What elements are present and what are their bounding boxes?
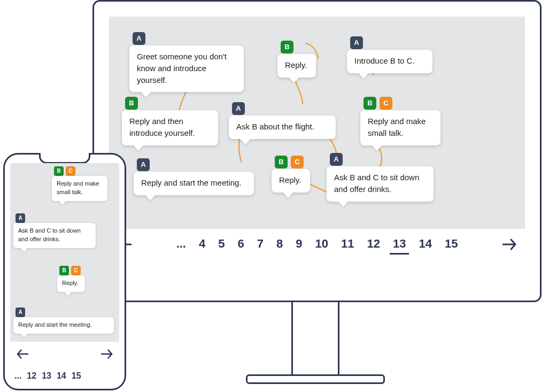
pager-page[interactable]: 13: [42, 371, 51, 381]
speaker-tag-b: B: [364, 97, 376, 110]
speaker-tag-b: B: [125, 97, 138, 110]
pager-page[interactable]: 9: [292, 235, 305, 255]
speaker-tag-c: C: [380, 97, 392, 110]
pager-page[interactable]: 12: [27, 371, 36, 381]
flow-card-text: Ask B and C to sit down and offer drinks…: [18, 227, 81, 242]
speaker-tag-a: A: [133, 32, 145, 45]
pager-ellipsis[interactable]: ...: [14, 371, 21, 381]
speaker-tag-b: B: [59, 266, 69, 275]
flow-card-text: Reply.: [62, 280, 78, 286]
flow-card-ask-flight[interactable]: A Ask B about the flight.: [229, 116, 336, 139]
flow-card-offer-drinks[interactable]: A Ask B and C to sit down and offer drin…: [327, 166, 434, 202]
phone-frame: B C Reply and make small talk. A Ask B a…: [3, 153, 126, 390]
pager-page[interactable]: 7: [254, 235, 267, 255]
flow-card-greet[interactable]: A Greet someone you don't know and intro…: [129, 45, 244, 92]
pager-page[interactable]: 10: [312, 235, 331, 255]
arrow-left-icon: [16, 349, 29, 359]
speaker-tag-b: B: [54, 166, 64, 176]
pager-ellipsis[interactable]: ...: [173, 235, 189, 255]
monitor-stand-base: [246, 374, 385, 384]
flow-card-start-meeting[interactable]: A Reply and start the meeting.: [134, 172, 254, 195]
pager-next[interactable]: [500, 235, 519, 253]
phone-notch: [39, 153, 90, 164]
flow-card-text: Reply and start the meeting.: [141, 178, 242, 187]
phone-card-offer-drinks[interactable]: A Ask B and C to sit down and offer drin…: [13, 223, 96, 248]
phone-card-reply-bc[interactable]: B C Reply.: [57, 275, 85, 292]
phone-card-smalltalk[interactable]: B C Reply and make small talk.: [52, 176, 107, 201]
speaker-tag-a: A: [330, 153, 343, 166]
pager-page[interactable]: 4: [196, 235, 208, 255]
speaker-tag-a: A: [16, 308, 25, 317]
phone-pager: ... 12 13 14 15: [10, 366, 119, 386]
pager-page[interactable]: 14: [57, 371, 66, 381]
speaker-tag-c: C: [71, 266, 81, 275]
phone-prev[interactable]: [13, 345, 32, 363]
flow-card-smalltalk[interactable]: B C Reply and make small talk.: [360, 110, 440, 145]
flow-card-text: Reply and make small talk.: [368, 117, 426, 137]
flow-card-text: Reply.: [279, 175, 301, 185]
phone-next[interactable]: [98, 345, 116, 363]
pager-page[interactable]: 11: [338, 235, 357, 255]
flow-card-text: Reply and then introduce yourself.: [129, 117, 195, 137]
pager-page[interactable]: 15: [72, 371, 81, 381]
desktop-canvas: A Greet someone you don't know and intro…: [109, 17, 525, 229]
arrow-right-icon: [502, 238, 517, 251]
phone-canvas: B C Reply and make small talk. A Ask B a…: [10, 163, 119, 342]
flow-card-reply-intro[interactable]: B Reply and then introduce yourself.: [122, 110, 218, 145]
flow-card-text: Ask B about the flight.: [236, 122, 314, 131]
speaker-tag-b: B: [275, 156, 288, 168]
pager-numbers: ... 4 5 6 7 8 9 10 11 12 13 14 15: [134, 235, 500, 255]
flow-card-reply-b[interactable]: B Reply.: [277, 54, 316, 78]
pager-page[interactable]: 5: [215, 235, 228, 255]
speaker-tag-a: A: [137, 158, 150, 171]
speaker-tag-b: B: [281, 41, 293, 53]
pager-page[interactable]: 15: [442, 235, 461, 255]
speaker-tag-c: C: [291, 156, 304, 168]
speaker-tag-a: A: [16, 213, 25, 223]
monitor-stand-neck: [291, 302, 339, 374]
flow-card-text: Reply and start the meeting.: [18, 321, 92, 328]
flow-card-text: Reply.: [285, 60, 307, 70]
pager-page[interactable]: 6: [234, 235, 247, 255]
phone-arrow-bar: [10, 343, 119, 365]
pager-page[interactable]: 8: [273, 235, 286, 255]
phone-card-start-meeting[interactable]: A Reply and start the meeting.: [13, 317, 114, 334]
flow-card-text: Reply and make small talk.: [57, 180, 99, 195]
pager-page-current[interactable]: 13: [390, 235, 409, 255]
speaker-tag-a: A: [350, 36, 363, 49]
pager-page[interactable]: 14: [415, 235, 435, 255]
flow-card-introduce-bc[interactable]: A Introduce B to C.: [347, 50, 432, 73]
flow-card-text: Greet someone you don't know and introdu…: [137, 52, 227, 84]
flow-card-text: Ask B and C to sit down and offer drinks…: [334, 173, 419, 194]
speaker-tag-c: C: [66, 166, 75, 176]
flow-card-text: Introduce B to C.: [354, 56, 415, 65]
flow-card-reply-bc[interactable]: B C Reply.: [272, 169, 310, 193]
pager-page[interactable]: 12: [364, 235, 383, 255]
desktop-pager: ... 4 5 6 7 8 9 10 11 12 13 14 15: [109, 229, 525, 260]
speaker-tag-a: A: [232, 102, 245, 115]
arrow-right-icon: [100, 349, 113, 359]
monitor-frame: A Greet someone you don't know and intro…: [92, 0, 542, 302]
